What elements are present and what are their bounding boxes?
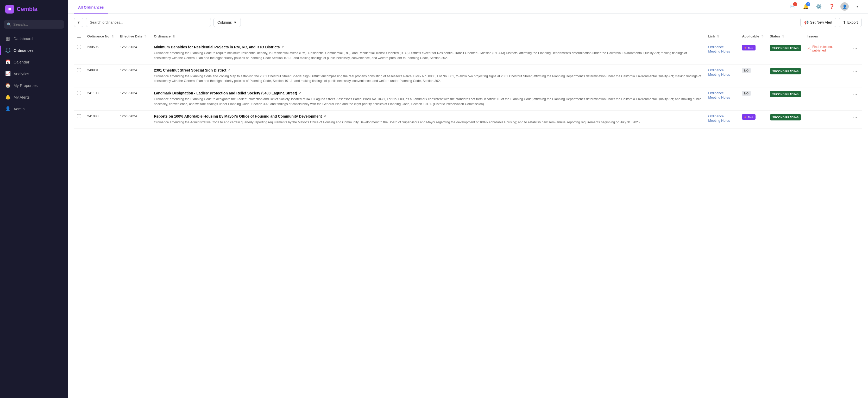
row-checkbox[interactable]	[77, 114, 81, 118]
ordinance-title: Minimum Densities for Residential Projec…	[154, 45, 702, 49]
export-button[interactable]: ⬆ Export	[839, 18, 862, 27]
external-link-icon[interactable]: ↗	[228, 68, 230, 72]
applicable-yes-badge: ● YES	[742, 114, 755, 120]
status-badge: SECOND READING	[770, 91, 801, 97]
sidebar-item-dashboard[interactable]: ▦ Dashboard	[0, 33, 68, 44]
nav-menu: ▦ Dashboard ⚖️ Ordinances 📅 Calendar 📈 A…	[0, 33, 68, 398]
sidebar-item-calendar[interactable]: 📅 Calendar	[0, 56, 68, 68]
filter-bar: ▼ Columns ▼ 📢 Set New Alert ⬆ Export	[74, 18, 862, 27]
ordinance-link[interactable]: Ordinance	[708, 91, 736, 95]
meeting-notes-link[interactable]: Meeting Notes	[708, 73, 736, 76]
applicable-no-badge: NO	[742, 91, 751, 96]
table-row: 241083 12/23/2024 Reports on 100% Afford…	[74, 110, 862, 129]
effective-date: 12/23/2024	[120, 91, 137, 95]
ordinance-number: 240931	[87, 68, 98, 72]
sort-icon: ⇅	[717, 35, 719, 38]
export-label: Export	[847, 20, 858, 25]
col-ordinance-no[interactable]: Ordinance No ⇅	[84, 31, 117, 41]
columns-button[interactable]: Columns ▼	[214, 18, 241, 27]
row-more-button[interactable]: ···	[851, 68, 859, 75]
sidebar: ■ Cembla 🔍 Search... ▦ Dashboard ⚖️ Ordi…	[0, 0, 68, 398]
sidebar-item-label: My Alerts	[13, 95, 30, 99]
search-input[interactable]	[86, 18, 211, 27]
notifications-button[interactable]: 🔔 2	[801, 2, 810, 11]
sidebar-item-my-alerts[interactable]: 🔔 My Alerts	[0, 91, 68, 103]
col-issues[interactable]: Issues	[804, 31, 848, 41]
analytics-icon: 📈	[5, 71, 10, 76]
effective-date: 12/23/2024	[120, 68, 137, 72]
ordinance-description: Ordinance amending the Planning Code and…	[154, 74, 702, 84]
ordinance-link[interactable]: Ordinance	[708, 114, 736, 118]
issue-text: Final votes not published	[812, 45, 845, 52]
sidebar-item-label: Dashboard	[13, 36, 33, 41]
row-checkbox[interactable]	[77, 45, 81, 49]
sidebar-item-ordinances[interactable]: ⚖️ Ordinances	[0, 44, 68, 56]
warning-icon: ⚠	[807, 46, 811, 51]
main-content: All Ordinances ✉️ 1 🔔 2 ⚙️ ❓ 👤 ▼ ▼ Colum…	[68, 0, 868, 398]
ordinance-title: Reports on 100% Affordable Housing by Ma…	[154, 114, 702, 119]
columns-chevron-icon: ▼	[233, 20, 237, 25]
table-row: 241103 12/23/2024 Landmark Designation -…	[74, 88, 862, 110]
applicable-yes-badge: ● YES	[742, 45, 755, 51]
effective-date: 12/23/2024	[120, 114, 137, 118]
help-button[interactable]: ❓	[827, 2, 836, 11]
user-menu-button[interactable]: ▼	[853, 2, 862, 11]
table-row: 240931 12/23/2024 2301 Chestnut Street S…	[74, 64, 862, 88]
app-name: Cembla	[17, 6, 37, 12]
admin-icon: 👤	[5, 106, 10, 111]
sidebar-item-label: Calendar	[13, 60, 29, 64]
sort-icon: ⇅	[173, 35, 175, 38]
logo-icon: ■	[5, 5, 14, 13]
select-all-checkbox[interactable]	[77, 34, 81, 38]
ordinance-link[interactable]: Ordinance	[708, 45, 736, 49]
col-link[interactable]: Link ⇅	[705, 31, 739, 41]
status-badge: SECOND READING	[770, 114, 801, 121]
search-placeholder: Search...	[13, 22, 28, 27]
alert-label: Set New Alert	[810, 20, 832, 25]
alerts-icon: 🔔	[5, 94, 10, 100]
col-effective-date[interactable]: Effective Date ⇅	[117, 31, 151, 41]
col-ordinance[interactable]: Ordinance ⇅	[151, 31, 705, 41]
search-box[interactable]: 🔍 Search...	[4, 20, 64, 29]
meeting-notes-link[interactable]: Meeting Notes	[708, 119, 736, 123]
external-link-icon[interactable]: ↗	[281, 45, 284, 49]
topbar-actions: ✉️ 1 🔔 2 ⚙️ ❓ 👤 ▼	[788, 2, 862, 11]
topbar: All Ordinances ✉️ 1 🔔 2 ⚙️ ❓ 👤 ▼	[68, 0, 868, 13]
alert-icon: 📢	[804, 20, 809, 25]
filter-button[interactable]: ▼	[74, 18, 83, 27]
row-more-button[interactable]: ···	[851, 45, 859, 52]
external-link-icon[interactable]: ↗	[323, 114, 326, 118]
sidebar-item-analytics[interactable]: 📈 Analytics	[0, 68, 68, 79]
ordinance-number: 241083	[87, 114, 98, 118]
ordinance-description: Ordinance amending the Planning Code to …	[154, 51, 702, 61]
ordinance-link[interactable]: Ordinance	[708, 68, 736, 72]
ordinance-number: 241103	[87, 91, 98, 95]
settings-button[interactable]: ⚙️	[814, 2, 823, 11]
sidebar-item-label: My Properties	[13, 83, 38, 88]
col-applicable[interactable]: Applicable ⇅	[739, 31, 767, 41]
ordinance-description: Ordinance amending the Administrative Co…	[154, 120, 702, 125]
messages-button[interactable]: ✉️ 1	[788, 2, 797, 11]
sidebar-item-my-properties[interactable]: 🏠 My Properties	[0, 79, 68, 91]
app-logo[interactable]: ■ Cembla	[0, 0, 68, 18]
user-avatar[interactable]: 👤	[840, 2, 849, 11]
columns-label: Columns	[217, 20, 232, 25]
ordinance-title: 2301 Chestnut Street Special Sign Distri…	[154, 68, 702, 72]
sidebar-item-admin[interactable]: 👤 Admin	[0, 103, 68, 115]
tab-bar: All Ordinances	[74, 0, 108, 13]
set-alert-button[interactable]: 📢 Set New Alert	[800, 18, 836, 27]
notifications-badge: 2	[806, 2, 810, 6]
external-link-icon[interactable]: ↗	[299, 91, 301, 95]
row-checkbox[interactable]	[77, 68, 81, 72]
sidebar-item-label: Admin	[13, 107, 25, 111]
row-more-button[interactable]: ···	[851, 91, 859, 98]
row-more-button[interactable]: ···	[851, 114, 859, 121]
meeting-notes-link[interactable]: Meeting Notes	[708, 96, 736, 99]
col-status[interactable]: Status ⇅	[767, 31, 804, 41]
tab-all-ordinances[interactable]: All Ordinances	[74, 5, 108, 13]
meeting-notes-link[interactable]: Meeting Notes	[708, 49, 736, 53]
sort-icon: ⇅	[144, 35, 147, 38]
ordinances-icon: ⚖️	[5, 47, 10, 53]
effective-date: 12/23/2024	[120, 45, 137, 49]
row-checkbox[interactable]	[77, 91, 81, 95]
